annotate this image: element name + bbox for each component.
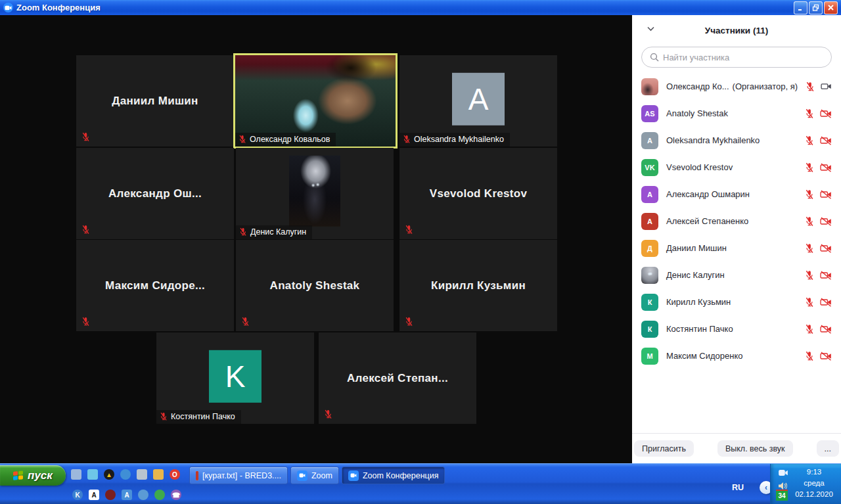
tray-clock[interactable]: 9:13 среда 02.12.2020 xyxy=(790,467,838,500)
video-tile[interactable]: Даниил Мишин xyxy=(76,55,234,147)
participant-row[interactable]: К Кирилл Кузьмин xyxy=(632,288,841,315)
participant-row[interactable]: VK Vsevolod Krestov xyxy=(632,154,841,181)
tile-participant-name: Anatoly Shestak xyxy=(236,240,394,331)
muted-mic-icon xyxy=(403,135,411,144)
taskbar-task-button[interactable]: Zoom xyxy=(290,467,339,484)
participant-name: Oleksandra Mykhailenko xyxy=(666,135,760,145)
video-tile[interactable]: Олександр Ковальов xyxy=(233,53,398,149)
tile-participant-name: Максим Сидоре... xyxy=(76,240,234,331)
camera-status-icon xyxy=(820,163,832,172)
participant-name: Александр Ошмарин xyxy=(666,189,750,199)
show-desktop-icon[interactable] xyxy=(71,469,81,480)
paint-tool-icon[interactable] xyxy=(153,469,164,480)
tile-participant-name: Кирилл Кузьмин xyxy=(399,240,557,331)
minimize-button[interactable] xyxy=(794,1,807,14)
internet-globe-icon[interactable] xyxy=(138,490,148,500)
tile-name-label: Oleksandra Mykhailenko xyxy=(399,133,510,147)
aimp-player-icon[interactable]: ▲ xyxy=(104,469,114,480)
tile-participant-name: Александр Ош... xyxy=(76,148,234,239)
tile-name-label: Олександр Ковальов xyxy=(235,133,336,147)
camera-status-icon xyxy=(821,82,832,91)
video-tile[interactable]: Кирилл Кузьмин xyxy=(399,240,557,331)
tile-participant-name: Алексей Степан... xyxy=(319,332,476,424)
camera-status-icon xyxy=(820,271,832,280)
participant-avatar: М xyxy=(641,348,658,365)
participant-list: Олександр Ко... (Организатор, я) AS Anat… xyxy=(632,73,841,369)
participant-name: Максим Сидоренко xyxy=(666,351,743,361)
language-indicator[interactable]: RU xyxy=(732,483,744,492)
participant-row[interactable]: A Oleksandra Mykhailenko xyxy=(632,127,841,154)
tile-name-label: Денис Калугин xyxy=(236,225,312,239)
windows-flag-icon xyxy=(13,470,24,481)
participant-row[interactable]: AS Anatoly Shestak xyxy=(632,100,841,127)
taskbar-task-button[interactable]: [курат.txt] - BRED3.... xyxy=(189,467,288,484)
muted-mic-icon xyxy=(81,225,90,235)
participant-row[interactable]: Олександр Ко... (Организатор, я) xyxy=(632,73,841,100)
taskbar: пуск ▲ O K A A ☎ [курат.txt] - BRED3....… xyxy=(0,463,841,504)
aimp-text-icon[interactable]: A xyxy=(89,490,99,500)
participant-avatar: VK xyxy=(641,159,658,176)
video-tile[interactable]: Денис Калугин xyxy=(236,148,394,239)
system-tray: 34 9:13 среда 02.12.2020 xyxy=(770,464,841,504)
guard-icon[interactable] xyxy=(105,490,116,500)
opera-browser-icon[interactable]: O xyxy=(170,469,180,480)
muted-mic-icon xyxy=(81,317,90,327)
kmplayer-icon[interactable]: K xyxy=(72,490,83,500)
participant-avatar: A xyxy=(641,132,658,149)
more-options-button[interactable]: ... xyxy=(817,440,839,457)
tray-zoom-camera-icon[interactable] xyxy=(778,469,788,476)
tile-participant-name: Vsevolod Krestov xyxy=(399,148,557,239)
invite-button[interactable]: Пригласить xyxy=(634,440,694,457)
task-label: [курат.txt] - BRED3.... xyxy=(202,471,281,480)
participants-panel-header: Участники (11) xyxy=(632,15,841,45)
collapse-chevron-icon[interactable] xyxy=(647,26,655,32)
camera-tool-icon[interactable] xyxy=(137,469,147,480)
green-globe-icon[interactable] xyxy=(154,490,165,500)
tray-temperature-badge[interactable]: 34 xyxy=(776,490,788,501)
participant-row[interactable]: М Максим Сидоренко xyxy=(632,342,841,369)
video-tile[interactable]: Anatoly Shestak xyxy=(236,240,394,331)
camera-status-icon xyxy=(820,325,832,334)
participant-search[interactable] xyxy=(641,47,832,68)
tile-name-text: Олександр Ковальов xyxy=(250,135,330,144)
display-icon[interactable] xyxy=(87,469,98,480)
taskbar-task-button[interactable]: Zoom Конференция xyxy=(342,467,445,484)
tile-name-text: Костянтин Пачко xyxy=(171,412,235,421)
quick-launch-row-1: ▲ O xyxy=(71,469,180,480)
participant-row[interactable]: К Костянтин Пачко xyxy=(632,315,841,342)
video-tile[interactable]: A Oleksandra Mykhailenko xyxy=(399,55,557,147)
task-label: Zoom xyxy=(311,471,332,480)
muted-mic-icon xyxy=(805,351,814,361)
video-tile[interactable]: K Костянтин Пачко xyxy=(156,332,314,424)
participant-avatar: A xyxy=(641,213,658,230)
muted-mic-icon xyxy=(805,162,814,173)
viber-icon[interactable]: ☎ xyxy=(171,490,181,500)
cd-burner-icon[interactable] xyxy=(120,469,131,480)
video-tile[interactable]: Александр Ош... xyxy=(76,148,234,239)
participant-name: Anatoly Shestak xyxy=(666,108,728,118)
tile-avatar: A xyxy=(452,72,505,125)
search-input[interactable] xyxy=(663,53,823,62)
participant-name: Денис Калугин xyxy=(666,270,725,280)
mute-all-button[interactable]: Выкл. весь звук xyxy=(717,440,793,457)
participant-row[interactable]: A Александр Ошмарин xyxy=(632,181,841,208)
tile-name-text: Oleksandra Mykhailenko xyxy=(414,135,504,144)
participant-name: Алексей Степаненко xyxy=(666,216,748,226)
tile-participant-name: Даниил Мишин xyxy=(76,55,234,147)
start-button[interactable]: пуск xyxy=(0,465,66,486)
video-tile[interactable]: Алексей Степан... xyxy=(319,332,476,424)
participants-panel: Участники (11) Олександр Ко... (Организа… xyxy=(632,15,841,463)
video-tile[interactable]: Максим Сидоре... xyxy=(76,240,234,331)
muted-mic-icon xyxy=(805,297,814,308)
search-icon xyxy=(650,53,659,62)
tray-date: 02.12.2020 xyxy=(790,489,838,500)
video-tile[interactable]: Vsevolod Krestov xyxy=(399,148,557,239)
muted-mic-icon xyxy=(805,135,814,146)
restore-button[interactable] xyxy=(809,1,823,14)
close-button[interactable] xyxy=(824,1,838,14)
participant-row[interactable]: Денис Калугин xyxy=(632,262,841,288)
participant-row[interactable]: A Алексей Степаненко xyxy=(632,208,841,235)
translator-icon[interactable]: A xyxy=(122,490,132,500)
panel-footer: Пригласить Выкл. весь звук ... xyxy=(632,433,841,463)
participant-row[interactable]: Д Даниил Мишин xyxy=(632,235,841,262)
